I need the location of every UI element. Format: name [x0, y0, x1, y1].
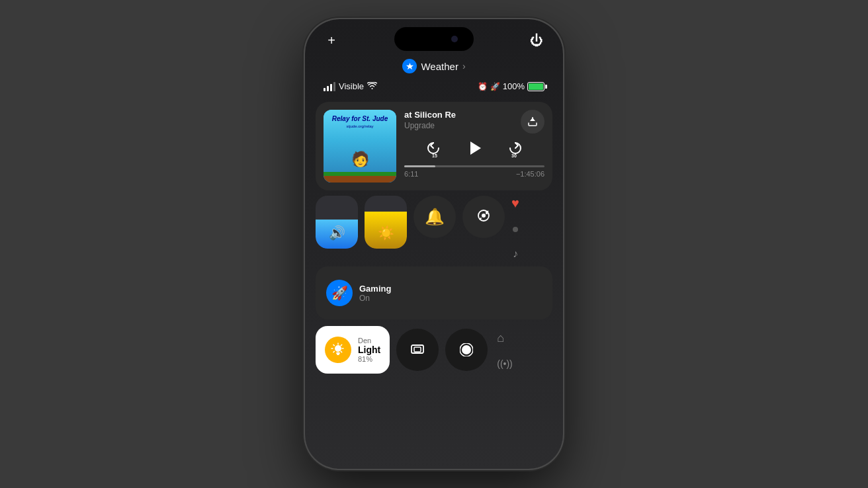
power-button[interactable]: ⏻	[526, 30, 547, 51]
heart-button[interactable]: ♥	[511, 196, 519, 211]
svg-point-5	[335, 345, 341, 352]
side-controls: ♥ ♪	[511, 196, 519, 260]
status-bar: Visible ⏰ 🚀 100%	[305, 79, 563, 97]
elapsed-time: 6:11	[404, 170, 418, 178]
add-button[interactable]: +	[321, 30, 342, 51]
side-icons-2: ⌂ ((•))	[497, 331, 513, 369]
light-label: Light	[358, 345, 380, 355]
silent-mode-button[interactable]: 🔔	[413, 196, 456, 238]
ground-green	[324, 172, 396, 176]
podcast-player[interactable]: Relay for St. Jude stjude.org/relay 🧑	[316, 102, 552, 190]
svg-point-4	[482, 214, 486, 218]
brightness-icon: ☀️	[378, 225, 394, 241]
artwork-character: 🧑	[351, 151, 369, 168]
skip-forward-button[interactable]: 30	[502, 136, 526, 160]
battery-fill	[529, 83, 543, 90]
screen: + ⏻ Weather ›	[305, 19, 563, 469]
svg-rect-6	[336, 352, 340, 354]
orientation-icon	[476, 208, 491, 226]
remaining-time: −1:45:06	[516, 170, 544, 178]
ground-brown	[324, 176, 396, 183]
svg-marker-2	[470, 142, 481, 155]
page-dot	[513, 227, 518, 232]
screen-mirror-button[interactable]	[396, 329, 439, 371]
signal-bar-4	[333, 82, 335, 91]
progress-times: 6:11 −1:45:06	[404, 170, 544, 178]
podcast-controls: 15 30	[404, 134, 544, 163]
gaming-mode-button[interactable]: 🚀 Gaming On	[316, 266, 552, 319]
gaming-text: Gaming On	[359, 284, 391, 303]
alarm-icon: ⏰	[478, 82, 488, 91]
home-icon[interactable]: ⌂	[497, 331, 513, 345]
play-button[interactable]	[462, 136, 486, 160]
light-percent: 81%	[358, 355, 380, 363]
status-right: ⏰ 🚀 100%	[478, 81, 544, 91]
weather-label: Weather	[421, 61, 458, 72]
podcast-top: Relay for St. Jude stjude.org/relay 🧑	[324, 110, 544, 183]
svg-rect-9	[414, 347, 421, 352]
svg-point-1	[532, 117, 533, 118]
battery-percent: 100%	[503, 81, 525, 91]
podcast-info: at Silicon Re Upgrade	[404, 110, 544, 178]
skip-back-label: 15	[432, 153, 437, 158]
light-location: Den	[358, 337, 380, 345]
svg-point-10	[462, 345, 471, 354]
podcast-name: Upgrade	[404, 121, 456, 130]
gaming-icon: 🚀	[326, 280, 353, 306]
volume-icon: 🔊	[329, 225, 345, 241]
podcast-title-row: at Silicon Re Upgrade	[404, 110, 544, 134]
phone-frame: + ⏻ Weather ›	[305, 19, 563, 469]
carrier-name: Visible	[339, 81, 364, 91]
signal-bar-2	[327, 86, 329, 91]
bolt-icon: 🚀	[490, 82, 500, 91]
battery-indicator	[527, 82, 544, 91]
status-left: Visible	[324, 81, 377, 91]
brightness-slider[interactable]: ☀️	[365, 196, 407, 249]
skip-back-button[interactable]: 15	[423, 136, 447, 160]
control-center: 🔊 ☀️ 🔔	[316, 196, 552, 374]
artwork-title: Relay for St. Jude	[329, 115, 391, 123]
signal-bar-1	[324, 88, 326, 91]
artwork-url: stjude.org/relay	[329, 124, 391, 128]
signal-bars	[324, 82, 335, 91]
svg-marker-0	[406, 63, 413, 69]
skip-forward-label: 30	[511, 153, 517, 158]
light-icon	[325, 337, 351, 363]
orientation-lock-button[interactable]	[462, 196, 505, 238]
svg-rect-7	[337, 354, 339, 355]
light-button[interactable]: Den Light 81%	[316, 326, 390, 374]
row-3: Den Light 81%	[316, 326, 552, 374]
front-camera	[451, 36, 458, 42]
volume-slider[interactable]: 🔊	[316, 196, 358, 249]
podcast-artwork: Relay for St. Jude stjude.org/relay 🧑	[324, 110, 396, 183]
podcast-episode-title: at Silicon Re	[404, 110, 456, 120]
bell-icon: 🔔	[425, 208, 445, 226]
gaming-label: Gaming	[359, 284, 391, 294]
airplay-button[interactable]	[521, 110, 544, 134]
weather-app-icon	[402, 59, 417, 73]
dynamic-island	[394, 27, 474, 51]
notification-bar[interactable]: Weather ›	[305, 56, 563, 79]
notification-chevron: ›	[462, 61, 466, 71]
progress-fill	[404, 165, 435, 167]
signal-icon[interactable]: ((•))	[497, 358, 513, 369]
gaming-status: On	[359, 294, 391, 303]
progress-bar[interactable]	[404, 165, 544, 167]
screen-record-button[interactable]	[445, 329, 488, 371]
light-text: Den Light 81%	[358, 337, 380, 363]
music-icon[interactable]: ♪	[513, 248, 518, 260]
wifi-icon	[367, 81, 377, 91]
signal-bar-3	[330, 84, 332, 91]
